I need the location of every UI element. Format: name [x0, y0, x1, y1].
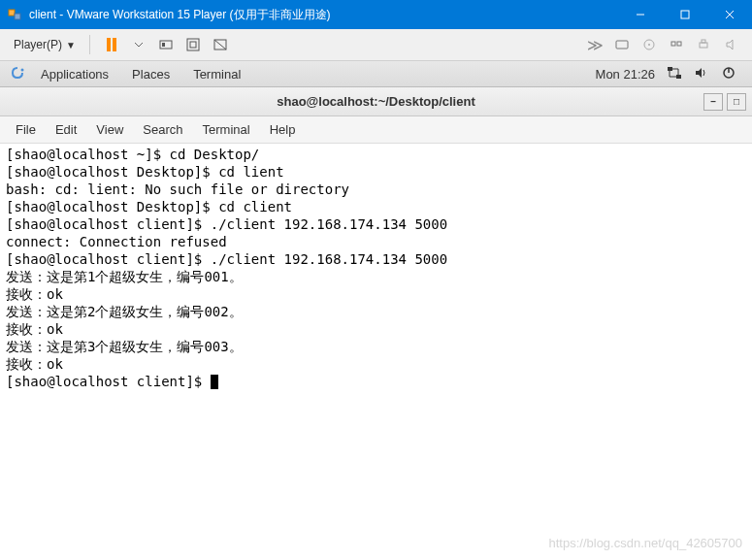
player-menu-label: Player(P)	[14, 38, 62, 51]
menu-search[interactable]: Search	[133, 118, 192, 141]
svg-rect-17	[700, 43, 707, 48]
sound-icon[interactable]	[721, 35, 740, 54]
menu-help[interactable]: Help	[260, 118, 306, 141]
terminal-minimize-button[interactable]: –	[703, 93, 723, 111]
vmware-titlebar: client - VMware Workstation 15 Player (仅…	[0, 0, 752, 29]
line-10: 接收：ok	[6, 321, 63, 337]
line-7: 发送：这是第1个超级女生，编号001。	[6, 269, 243, 284]
pause-button[interactable]	[102, 35, 121, 54]
separator	[89, 35, 90, 54]
svg-rect-7	[162, 43, 165, 47]
send-ctrl-alt-del-icon[interactable]	[156, 35, 176, 54]
svg-rect-15	[671, 42, 675, 46]
player-menu[interactable]: Player(P) ▼	[8, 34, 82, 55]
gnome-topbar: Applications Places Terminal Mon 21:26	[0, 61, 752, 87]
line-11: 发送：这是第3个超级女生，编号003。	[6, 339, 243, 354]
svg-rect-1	[15, 14, 20, 19]
svg-line-11	[214, 40, 226, 49]
vmware-window-title: client - VMware Workstation 15 Player (仅…	[29, 7, 618, 23]
places-menu[interactable]: Places	[120, 67, 181, 82]
line-0: [shao@localhost ~]$ cd Desktop/	[6, 147, 259, 162]
applications-menu[interactable]: Applications	[29, 67, 120, 82]
terminal-titlebar: shao@localhost:~/Desktop/client – □	[0, 87, 752, 116]
activities-icon[interactable]	[10, 66, 25, 82]
cd-icon[interactable]	[639, 35, 659, 54]
close-button[interactable]	[707, 0, 752, 29]
svg-rect-0	[9, 10, 15, 16]
volume-icon[interactable]	[688, 65, 715, 83]
menu-file[interactable]: File	[6, 118, 46, 141]
svg-rect-3	[681, 11, 689, 18]
menu-view[interactable]: View	[86, 118, 133, 141]
terminal-cursor	[211, 375, 218, 389]
svg-rect-8	[187, 39, 199, 50]
terminal-window-title: shao@localhost:~/Desktop/client	[277, 94, 474, 109]
unity-icon[interactable]	[211, 35, 230, 54]
svg-rect-16	[677, 42, 681, 46]
svg-point-14	[648, 44, 650, 46]
line-12: 接收：ok	[6, 356, 63, 372]
svg-rect-20	[668, 67, 672, 71]
line-8: 接收：ok	[6, 286, 63, 302]
dropdown-arrow-icon[interactable]	[129, 35, 148, 54]
menu-terminal[interactable]: Terminal	[193, 118, 260, 141]
line-5: connect: Connection refused	[6, 234, 227, 249]
line-4: [shao@localhost client]$ ./client 192.16…	[6, 216, 447, 232]
terminal-menubar: File Edit View Search Terminal Help	[0, 116, 752, 144]
line-9: 发送：这是第2个超级女生，编号002。	[6, 304, 243, 319]
harddisk-icon[interactable]	[612, 35, 632, 54]
fullscreen-icon[interactable]	[183, 35, 203, 54]
devices-icon[interactable]: ≫	[585, 35, 605, 54]
minimize-button[interactable]	[618, 0, 663, 29]
vmware-toolbar: Player(P) ▼ ≫	[0, 29, 752, 61]
network-adapter-icon[interactable]	[667, 35, 686, 54]
clock[interactable]: Mon 21:26	[590, 67, 661, 82]
chevron-down-icon: ▼	[66, 40, 76, 50]
vmware-logo-icon	[8, 7, 23, 22]
svg-rect-18	[702, 40, 705, 43]
terminal-maximize-button[interactable]: □	[727, 93, 746, 111]
line-2: bash: cd: lient: No such file or directo…	[6, 181, 349, 197]
svg-rect-9	[190, 42, 196, 48]
watermark: https://blog.csdn.net/qq_42605700	[549, 536, 743, 550]
svg-rect-6	[160, 41, 172, 49]
terminal-output[interactable]: [shao@localhost ~]$ cd Desktop/ [shao@lo…	[0, 144, 752, 560]
network-status-icon[interactable]	[661, 65, 688, 83]
menu-edit[interactable]: Edit	[46, 118, 86, 141]
svg-point-19	[21, 69, 24, 72]
terminal-app-indicator[interactable]: Terminal	[181, 67, 252, 82]
line-13: [shao@localhost client]$	[6, 374, 211, 389]
line-1: [shao@localhost Desktop]$ cd lient	[6, 164, 284, 180]
power-icon[interactable]	[715, 65, 742, 83]
svg-rect-12	[616, 41, 628, 49]
line-3: [shao@localhost Desktop]$ cd client	[6, 199, 292, 214]
printer-icon[interactable]	[694, 35, 713, 54]
maximize-button[interactable]	[663, 0, 707, 29]
line-6: [shao@localhost client]$ ./client 192.16…	[6, 251, 447, 267]
